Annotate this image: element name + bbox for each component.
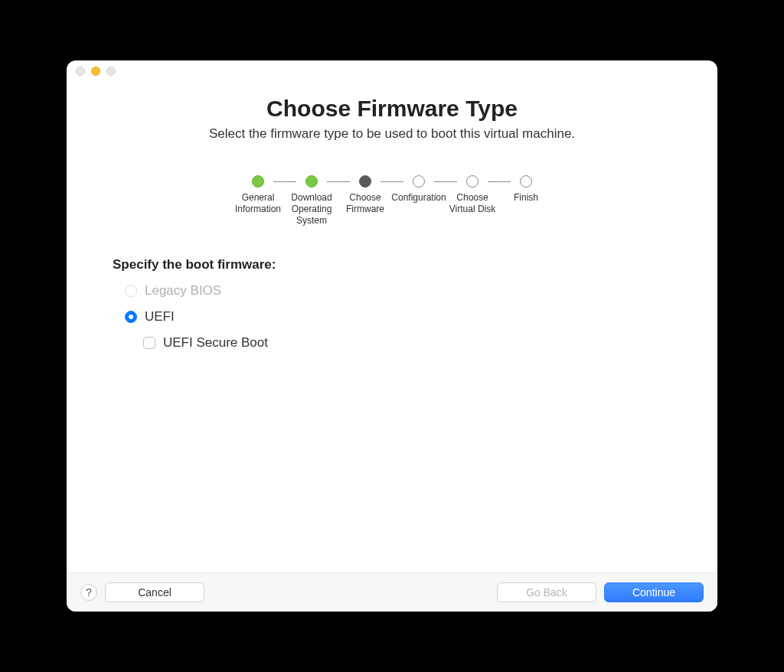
- radio-label: UEFI: [145, 309, 175, 325]
- radio-uefi[interactable]: UEFI: [125, 309, 671, 325]
- radio-label: Legacy BIOS: [145, 283, 221, 298]
- firmware-form: Specify the boot firmware: Legacy BIOS U…: [113, 257, 671, 351]
- page-title: Choose Firmware Type: [113, 96, 671, 122]
- header: Choose Firmware Type Select the firmware…: [113, 96, 671, 142]
- radio-inner-icon: [129, 315, 133, 319]
- maximize-window-button[interactable]: [106, 67, 116, 76]
- checkbox-secure-boot[interactable]: UEFI Secure Boot: [143, 335, 671, 351]
- titlebar: [67, 60, 717, 82]
- step-label: Download Operating System: [291, 192, 332, 227]
- step-circle-icon: [413, 175, 425, 188]
- content-area: Choose Firmware Type Select the firmware…: [67, 82, 717, 573]
- cancel-button[interactable]: Cancel: [105, 582, 204, 602]
- continue-button[interactable]: Continue: [604, 582, 704, 602]
- radio-legacy-bios: Legacy BIOS: [125, 283, 671, 298]
- step-circle-icon: [466, 175, 479, 188]
- section-heading: Specify the boot firmware:: [113, 257, 671, 272]
- help-button[interactable]: ?: [80, 584, 97, 601]
- step-circle-icon: [359, 175, 371, 188]
- checkbox-label: UEFI Secure Boot: [163, 335, 268, 351]
- step-circle-icon: [305, 175, 318, 188]
- close-window-button[interactable]: [76, 67, 85, 76]
- step-label: Finish: [514, 192, 538, 204]
- minimize-window-button[interactable]: [91, 67, 100, 76]
- wizard-stepper: General Information Download Operating S…: [113, 175, 671, 227]
- step-circle-icon: [520, 175, 532, 188]
- page-subtitle: Select the firmware type to be used to b…: [113, 126, 671, 142]
- radio-icon: [125, 311, 137, 323]
- step-label: Choose Firmware: [346, 192, 384, 215]
- checkbox-icon: [143, 337, 155, 349]
- radio-icon: [125, 285, 137, 297]
- step-finish: Finish: [488, 175, 564, 204]
- go-back-button[interactable]: Go Back: [497, 582, 596, 602]
- step-circle-icon: [252, 175, 264, 188]
- dialog-window: Choose Firmware Type Select the firmware…: [67, 60, 717, 612]
- footer: ? Cancel Go Back Continue: [67, 573, 717, 612]
